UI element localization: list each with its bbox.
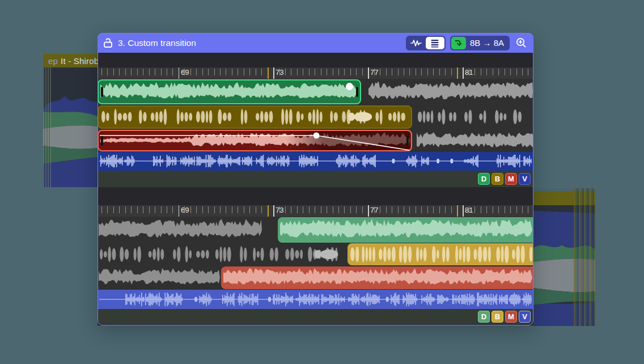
ruler-tick xyxy=(155,206,155,213)
ruler-tick xyxy=(279,69,280,75)
ruler-tick xyxy=(457,205,458,217)
ruler-tick xyxy=(392,69,392,75)
ruler-tick xyxy=(493,69,493,75)
ruler-tick xyxy=(463,205,464,217)
stem-badge-vocals[interactable]: V xyxy=(519,311,531,323)
ruler-tick xyxy=(249,206,250,213)
ruler-tick xyxy=(161,69,162,75)
ruler-tick xyxy=(179,205,180,217)
ruler-tick xyxy=(244,206,244,213)
deck2-stem-toggle-bar: D B M V xyxy=(98,309,533,324)
waveform xyxy=(280,218,532,242)
trim-handle-right[interactable] xyxy=(356,87,358,97)
ruler-tick xyxy=(386,69,387,75)
stem-badge-bass[interactable]: B xyxy=(492,173,503,185)
ruler-tick xyxy=(232,69,232,75)
ruler-tick xyxy=(107,69,108,75)
ruler-tick xyxy=(291,69,291,75)
ruler-tick xyxy=(297,69,298,75)
ruler-tick xyxy=(469,206,469,213)
automation-point[interactable] xyxy=(346,83,353,90)
ruler-tick xyxy=(463,67,464,79)
zoom-in-button[interactable] xyxy=(514,36,528,50)
ruler-tick xyxy=(190,69,191,75)
ruler-tick xyxy=(238,69,238,75)
stem-badge-bass[interactable]: B xyxy=(492,311,503,323)
dialog-header[interactable]: 3. Custom transition xyxy=(98,33,533,53)
ruler-tick xyxy=(404,69,404,75)
ruler-tick xyxy=(474,206,475,213)
ruler-tick xyxy=(244,69,244,75)
ruler-tick xyxy=(107,206,108,213)
waveform-view-button[interactable] xyxy=(407,37,426,49)
ruler-tick xyxy=(131,206,132,213)
stem-badge-melody[interactable]: M xyxy=(505,311,517,323)
stem-badge-drums[interactable]: D xyxy=(478,311,490,323)
ruler-tick xyxy=(416,206,416,213)
ruler-tick xyxy=(380,206,380,213)
ruler-tick xyxy=(505,206,505,213)
ruler-tick xyxy=(256,69,256,75)
trim-handle-right[interactable] xyxy=(406,136,409,146)
trim-handle-left[interactable] xyxy=(101,87,103,97)
stem-badge-melody[interactable]: M xyxy=(505,173,517,185)
ruler-tick xyxy=(392,206,392,213)
ruler-tick xyxy=(374,206,375,213)
ruler-tick xyxy=(303,206,303,213)
trim-handle-left[interactable] xyxy=(101,136,103,146)
arrow-down-right-icon xyxy=(454,39,463,47)
ruler-tick xyxy=(374,69,375,75)
ruler-tick xyxy=(486,206,487,213)
ruler-tick xyxy=(279,206,280,213)
ruler-tick xyxy=(119,69,120,75)
overview-waveform-graphic xyxy=(533,205,595,326)
ruler-tick xyxy=(398,69,399,75)
ruler-tick xyxy=(261,206,262,213)
ruler-tick xyxy=(516,69,517,75)
ruler-tick xyxy=(356,206,357,213)
ruler-tick xyxy=(273,205,274,217)
ruler-tick xyxy=(362,69,363,75)
ruler-tick xyxy=(433,69,434,75)
ruler-tick xyxy=(161,206,162,213)
ruler-tick xyxy=(137,69,138,75)
ruler-tick xyxy=(522,206,523,213)
key-shift-button[interactable] xyxy=(451,37,466,49)
ruler-tick xyxy=(380,69,380,75)
waveform xyxy=(223,268,532,288)
zoom-in-icon xyxy=(515,37,527,49)
ruler-tick xyxy=(167,69,167,75)
list-view-button[interactable] xyxy=(426,37,444,49)
stem-badge-vocals[interactable]: V xyxy=(519,173,531,185)
ruler-tick xyxy=(261,69,262,75)
ruler-tick xyxy=(291,206,291,213)
ruler-tick xyxy=(427,69,428,75)
ruler-tick xyxy=(439,206,440,213)
ruler-tick xyxy=(268,205,269,217)
ruler-tick xyxy=(125,69,126,75)
ruler-tick xyxy=(125,206,126,213)
ruler-tick xyxy=(220,206,221,213)
deck1-title-clipped: ep xyxy=(48,56,58,66)
ruler-tick xyxy=(226,69,226,75)
ruler-tick xyxy=(113,206,114,213)
stem-badge-drums[interactable]: D xyxy=(478,173,490,185)
app-canvas: ep It - Shirobon Plumbus - Damaged Gudz … xyxy=(0,0,644,364)
ruler-tick xyxy=(119,206,120,213)
ruler-tick xyxy=(469,69,469,75)
view-toggle-group xyxy=(406,36,446,50)
ruler-tick xyxy=(510,69,511,75)
ruler-tick xyxy=(208,206,209,213)
ruler-tick xyxy=(184,206,185,213)
ruler-tick xyxy=(338,206,339,213)
background-track-overview-right xyxy=(533,205,595,326)
ruler-tick xyxy=(202,206,203,213)
ruler-tick xyxy=(350,69,351,75)
deck2-timeline-ruler[interactable]: 69 73 77 81 xyxy=(98,205,533,217)
deck1-timeline-ruler[interactable]: 69 73 77 81 xyxy=(98,67,533,79)
waveform xyxy=(100,82,358,102)
ruler-tick xyxy=(439,69,440,75)
ruler-tick xyxy=(303,69,303,75)
ruler-tick xyxy=(190,206,191,213)
ruler-tick xyxy=(321,69,321,75)
